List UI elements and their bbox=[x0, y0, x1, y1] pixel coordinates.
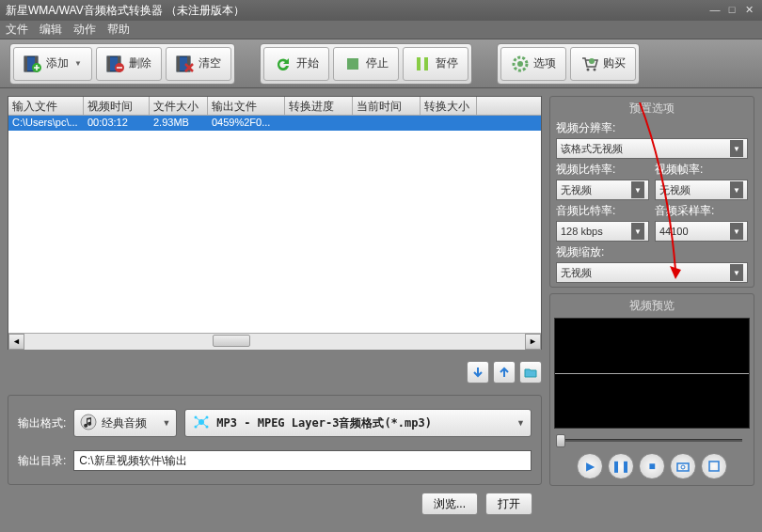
svg-point-18 bbox=[589, 58, 595, 64]
video-resolution-select[interactable]: 该格式无视频▼ bbox=[556, 138, 748, 159]
preview-panel: 视频预览 ▶ ❚❚ ■ bbox=[549, 293, 754, 486]
playback-controls: ▶ ❚❚ ■ bbox=[554, 451, 750, 481]
stop-play-button[interactable]: ■ bbox=[639, 453, 665, 479]
dropdown-icon: ▼ bbox=[516, 418, 525, 428]
film-delete-icon bbox=[106, 55, 125, 73]
dropdown-icon: ▼ bbox=[162, 418, 170, 428]
svg-rect-1 bbox=[24, 56, 27, 71]
column-header[interactable]: 转换大小 bbox=[421, 97, 477, 115]
column-header[interactable]: 输出文件 bbox=[208, 97, 285, 115]
toolbar-group-file: 添加 ▼ 删除 清空 bbox=[9, 43, 235, 85]
svg-rect-11 bbox=[347, 58, 358, 70]
column-header[interactable]: 当前时间 bbox=[353, 97, 421, 115]
preview-title: 视频预览 bbox=[554, 298, 750, 314]
format-icon bbox=[191, 412, 212, 435]
output-format-label: 输出格式: bbox=[18, 415, 66, 431]
maximize-button[interactable]: □ bbox=[724, 4, 739, 17]
svg-rect-12 bbox=[417, 57, 421, 70]
pause-play-button[interactable]: ❚❚ bbox=[608, 453, 634, 479]
video-preview bbox=[554, 318, 750, 429]
menu-edit[interactable]: 编辑 bbox=[40, 22, 62, 38]
preset-panel: 预置选项 视频分辨率: 该格式无视频▼ 视频比特率: 无视频▼ 视频帧率: 无视… bbox=[549, 96, 754, 288]
open-button[interactable]: 打开 bbox=[485, 493, 532, 515]
start-button[interactable]: 开始 bbox=[263, 47, 329, 81]
column-header[interactable]: 文件大小 bbox=[150, 97, 208, 115]
svg-point-26 bbox=[681, 465, 685, 469]
refresh-icon bbox=[274, 55, 293, 73]
video-bitrate-select[interactable]: 无视频▼ bbox=[556, 180, 649, 200]
delete-button[interactable]: 删除 bbox=[96, 47, 162, 81]
svg-point-17 bbox=[593, 68, 595, 70]
svg-rect-9 bbox=[177, 56, 180, 71]
toolbar: 添加 ▼ 删除 清空 开始 停止 暂停 bbox=[0, 39, 762, 88]
column-header[interactable]: 转换进度 bbox=[285, 97, 353, 115]
output-format-select[interactable]: MP3 - MPEG Layer-3音频格式(*.mp3) ▼ bbox=[184, 409, 532, 437]
move-down-button[interactable] bbox=[467, 361, 489, 383]
pause-icon bbox=[413, 55, 432, 73]
output-panel: 输出格式: 经典音频 ▼ MP3 - MPEG Layer-3音频格式(*.mp… bbox=[8, 395, 542, 485]
svg-point-19 bbox=[81, 415, 96, 430]
folder-button[interactable] bbox=[519, 361, 542, 383]
svg-rect-25 bbox=[677, 463, 689, 471]
toolbar-group-convert: 开始 停止 暂停 bbox=[260, 43, 472, 85]
horizontal-scrollbar[interactable]: ◄ ► bbox=[8, 333, 541, 349]
film-clear-icon bbox=[176, 55, 195, 73]
window-title: 新星WMA/WAV音频格式转换器 （未注册版本） bbox=[6, 3, 245, 19]
add-button[interactable]: 添加 ▼ bbox=[13, 47, 92, 81]
table-row[interactable]: C:\Users\pc\...00:03:122.93MB0459%2F0... bbox=[8, 116, 541, 131]
file-table: 输入文件视频时间文件大小输出文件转换进度当前时间转换大小 C:\Users\pc… bbox=[8, 96, 542, 350]
column-header[interactable]: 输入文件 bbox=[8, 97, 84, 115]
clear-button[interactable]: 清空 bbox=[166, 47, 231, 81]
music-note-icon bbox=[80, 414, 97, 433]
move-up-button[interactable] bbox=[493, 361, 516, 383]
stop-button[interactable]: 停止 bbox=[333, 47, 399, 81]
fullscreen-button[interactable] bbox=[701, 453, 727, 479]
film-add-icon bbox=[24, 55, 42, 73]
scroll-left-icon[interactable]: ◄ bbox=[8, 334, 24, 350]
dropdown-icon: ▼ bbox=[74, 59, 82, 68]
output-category-select[interactable]: 经典音频 ▼ bbox=[73, 409, 177, 437]
svg-rect-5 bbox=[107, 56, 110, 71]
scroll-right-icon[interactable]: ► bbox=[525, 334, 541, 350]
buy-button[interactable]: 购买 bbox=[570, 47, 636, 81]
output-dir-input[interactable] bbox=[73, 450, 532, 471]
playback-slider[interactable] bbox=[556, 434, 748, 446]
preset-title: 预置选项 bbox=[556, 101, 748, 117]
video-zoom-select[interactable]: 无视频▼ bbox=[556, 262, 748, 283]
pause-button[interactable]: 暂停 bbox=[403, 47, 468, 81]
gear-icon bbox=[511, 55, 530, 73]
browse-button[interactable]: 浏览... bbox=[421, 493, 478, 515]
stop-icon bbox=[343, 55, 362, 73]
cart-icon bbox=[580, 55, 599, 73]
snapshot-button[interactable] bbox=[670, 453, 696, 479]
svg-rect-13 bbox=[424, 57, 428, 70]
list-buttons bbox=[8, 357, 542, 387]
menubar: 文件 编辑 动作 帮助 bbox=[0, 21, 762, 39]
svg-rect-27 bbox=[709, 462, 719, 471]
options-button[interactable]: 选项 bbox=[500, 47, 566, 81]
video-fps-select[interactable]: 无视频▼ bbox=[655, 180, 748, 200]
column-header[interactable]: 视频时间 bbox=[84, 97, 150, 115]
output-dir-label: 输出目录: bbox=[18, 453, 66, 469]
svg-point-15 bbox=[517, 61, 523, 67]
table-body[interactable]: C:\Users\pc\...00:03:122.93MB0459%2F0... bbox=[8, 116, 541, 333]
app-window: 新星WMA/WAV音频格式转换器 （未注册版本） — □ ✕ 文件 编辑 动作 … bbox=[0, 0, 762, 532]
menu-file[interactable]: 文件 bbox=[6, 22, 28, 38]
audio-bitrate-select[interactable]: 128 kbps▼ bbox=[556, 221, 649, 242]
menu-help[interactable]: 帮助 bbox=[107, 22, 130, 38]
svg-point-16 bbox=[586, 68, 589, 70]
minimize-button[interactable]: — bbox=[707, 4, 722, 17]
table-header: 输入文件视频时间文件大小输出文件转换进度当前时间转换大小 bbox=[8, 97, 541, 116]
titlebar: 新星WMA/WAV音频格式转换器 （未注册版本） — □ ✕ bbox=[0, 0, 762, 21]
close-button[interactable]: ✕ bbox=[741, 4, 756, 17]
menu-action[interactable]: 动作 bbox=[73, 22, 96, 38]
toolbar-group-misc: 选项 购买 bbox=[497, 43, 640, 85]
audio-sample-select[interactable]: 44100▼ bbox=[655, 221, 748, 242]
scroll-thumb[interactable] bbox=[213, 335, 250, 347]
play-button[interactable]: ▶ bbox=[577, 453, 603, 479]
